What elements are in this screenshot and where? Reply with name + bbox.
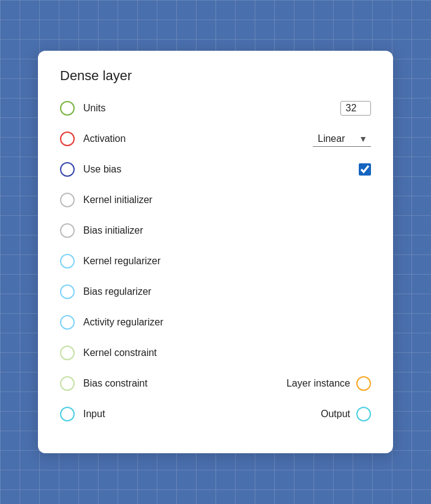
circle-kernel-initializer [60, 193, 75, 207]
circle-kernel-constraint [60, 346, 75, 360]
circle-layer-instance [356, 376, 371, 391]
label-output: Output [321, 409, 350, 420]
row-input-output: Input Output [60, 403, 371, 425]
input-left: Input [60, 407, 105, 421]
circle-bias-initializer [60, 223, 75, 238]
row-use-bias: Use bias [60, 158, 371, 180]
dense-layer-card: Dense layer Units Activation Linear ReLU… [38, 51, 393, 453]
units-input[interactable] [340, 101, 371, 116]
label-activity-regularizer: Activity regularizer [83, 317, 371, 328]
label-activation: Activation [83, 133, 313, 144]
circle-units [60, 101, 75, 116]
row-activity-regularizer: Activity regularizer [60, 311, 371, 333]
layer-instance-right: Layer instance [287, 376, 371, 391]
label-bias-constraint: Bias constraint [83, 378, 148, 389]
label-bias-regularizer: Bias regularizer [83, 286, 371, 297]
label-bias-initializer: Bias initializer [83, 225, 371, 236]
output-right: Output [321, 407, 371, 421]
label-kernel-initializer: Kernel initializer [83, 195, 371, 206]
activation-select-wrapper: Linear ReLU Sigmoid Tanh Softmax ▼ [313, 131, 371, 147]
circle-activation [60, 132, 75, 146]
label-units: Units [83, 103, 340, 114]
row-bias-initializer: Bias initializer [60, 220, 371, 242]
activation-select[interactable]: Linear ReLU Sigmoid Tanh Softmax [313, 131, 371, 147]
card-title: Dense layer [60, 68, 371, 84]
circle-kernel-regularizer [60, 254, 75, 269]
circle-bias-constraint [60, 376, 75, 391]
label-layer-instance: Layer instance [287, 378, 350, 389]
row-kernel-initializer: Kernel initializer [60, 189, 371, 211]
label-input: Input [83, 409, 105, 420]
circle-activity-regularizer [60, 315, 75, 330]
circle-use-bias [60, 162, 75, 177]
use-bias-checkbox[interactable] [359, 163, 371, 176]
label-kernel-regularizer: Kernel regularizer [83, 256, 371, 267]
circle-input [60, 407, 75, 421]
label-kernel-constraint: Kernel constraint [83, 347, 371, 358]
circle-output [356, 407, 371, 421]
bias-constraint-left: Bias constraint [60, 376, 148, 391]
row-units: Units [60, 97, 371, 119]
row-bias-constraint: Bias constraint Layer instance [60, 372, 371, 395]
row-kernel-constraint: Kernel constraint [60, 342, 371, 364]
label-use-bias: Use bias [83, 164, 354, 175]
row-kernel-regularizer: Kernel regularizer [60, 250, 371, 272]
row-bias-regularizer: Bias regularizer [60, 281, 371, 303]
circle-bias-regularizer [60, 284, 75, 299]
row-activation: Activation Linear ReLU Sigmoid Tanh Soft… [60, 128, 371, 150]
